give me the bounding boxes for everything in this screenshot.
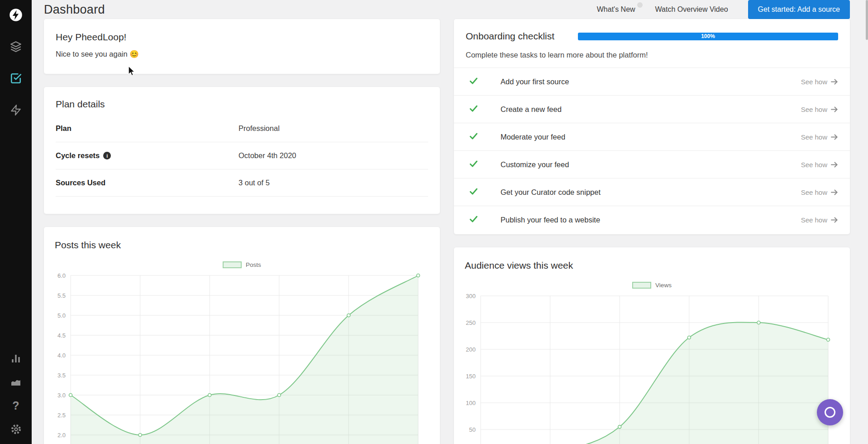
page-title: Dashboard [44,3,105,17]
plan-details-table: Plan Professional Cycle resets October 4… [44,115,440,197]
onboarding-progress-bar: 100% [578,33,838,40]
posts-chart-title: Posts this week [55,240,429,251]
views-chart-card: Audience views this week Views 300250200… [454,247,850,444]
greeting-card: Hey PheedLoop! Nice to see you again 😊 [44,19,440,74]
views-chart-title: Audience views this week [465,260,839,271]
posts-chart-card: Posts this week Posts 6.05.55.04.54.03.5… [44,227,440,444]
svg-text:2.0: 2.0 [57,432,66,439]
svg-text:50: 50 [469,426,476,433]
svg-text:5.0: 5.0 [57,312,66,319]
chat-icon [825,407,835,418]
settings-gear-icon[interactable] [9,422,23,436]
curator-logo-icon[interactable] [9,8,23,22]
svg-text:4.5: 4.5 [57,332,66,339]
check-icon [469,132,478,142]
plan-row: Plan Professional [56,115,428,142]
checklist-row: Get your Curator code snippet See how [454,178,850,206]
svg-text:5.5: 5.5 [57,292,66,299]
whats-new-link[interactable]: What's New [597,5,635,14]
checklist-row: Customize your feed See how [454,150,850,178]
bar-chart-icon[interactable] [9,352,23,365]
checklist-row: Moderate your feed See how [454,123,850,150]
page-header: Dashboard What's New Watch Overview Vide… [44,0,850,19]
svg-text:300: 300 [466,293,476,299]
header-nav: What's New Watch Overview Video Get star… [597,0,850,19]
arrow-right-icon [831,134,838,140]
help-icon[interactable]: ? [9,399,23,412]
checklist-row: Add your first source See how [454,68,850,95]
check-square-icon[interactable] [9,72,23,85]
check-icon [469,187,478,198]
plan-row-label: Plan [56,124,238,133]
svg-text:3.5: 3.5 [57,372,66,379]
onboarding-checklist: Add your first source See how Create a n… [454,68,850,233]
onboarding-subtitle: Complete these tasks to learn more about… [454,51,850,59]
plan-row-value: October 4th 2020 [238,151,296,160]
svg-text:250: 250 [466,319,476,326]
arrow-right-icon [831,162,838,168]
see-how-link[interactable]: See how [801,161,838,169]
svg-text:100: 100 [466,400,476,406]
see-how-link[interactable]: See how [801,216,838,224]
checklist-item-label: Create a new feed [501,105,562,114]
plan-row-label: Cycle resets [56,151,238,160]
checklist-item-label: Moderate your feed [501,133,565,141]
check-icon [469,77,478,87]
legend-swatch [632,282,651,289]
onboarding-card: Onboarding checklist 100% Complete these… [454,19,850,234]
plan-details-title: Plan details [44,99,440,110]
plan-row-label: Sources Used [56,179,238,187]
arrow-right-icon [831,106,838,112]
see-how-link[interactable]: See how [801,106,838,113]
onboarding-title: Onboarding checklist [466,31,554,42]
posts-chart-legend: Posts [55,261,429,268]
check-icon [469,215,478,225]
posts-line-chart: 6.05.55.04.54.03.53.02.52.0 [55,271,429,444]
notification-dot [637,2,643,8]
svg-text:150: 150 [466,373,476,380]
plan-row: Cycle resets October 4th 2020 [56,142,428,169]
greeting-message: Nice to see you again 😊 [56,50,428,58]
scrollbar-thumb[interactable] [866,0,868,40]
plan-row-value: Professional [238,124,280,133]
greeting-title: Hey PheedLoop! [56,32,428,43]
plan-row: Sources Used 3 out of 5 [56,169,428,197]
svg-text:2.5: 2.5 [57,412,66,419]
svg-text:4.0: 4.0 [57,352,66,359]
views-chart-legend: Views [465,282,839,289]
checklist-row: Create a new feed See how [454,95,850,123]
left-column: Hey PheedLoop! Nice to see you again 😊 P… [44,19,440,444]
svg-text:3.0: 3.0 [57,392,66,399]
watch-video-link[interactable]: Watch Overview Video [655,5,728,14]
progress-label: 100% [578,33,838,40]
layers-icon[interactable] [9,40,23,53]
legend-swatch [223,261,242,268]
arrow-right-icon [831,189,838,195]
arrow-right-icon [831,79,838,85]
svg-text:6.0: 6.0 [57,272,66,279]
see-how-link[interactable]: See how [801,188,838,196]
checklist-item-label: Add your first source [501,77,569,86]
check-icon [469,104,478,115]
main-content: Dashboard What's New Watch Overview Vide… [32,0,868,444]
plan-details-card: Plan details Plan Professional Cycle res… [44,87,440,214]
info-icon[interactable] [103,152,111,159]
see-how-link[interactable]: See how [801,133,838,141]
arrow-right-icon [831,217,838,223]
check-icon [469,159,478,170]
plan-row-value: 3 out of 5 [238,179,270,187]
views-line-chart: 300250200150100500 [465,291,839,444]
svg-text:200: 200 [466,346,476,353]
see-how-link[interactable]: See how [801,78,838,86]
checklist-item-label: Customize your feed [501,160,569,169]
add-source-button[interactable]: Get started: Add a source [748,0,850,19]
checklist-item-label: Publish your feed to a website [501,216,600,224]
checklist-item-label: Get your Curator code snippet [501,188,601,197]
chat-widget-button[interactable] [817,399,843,425]
checklist-row: Publish your feed to a website See how [454,206,850,233]
area-chart-icon[interactable] [9,375,23,389]
right-column: Onboarding checklist 100% Complete these… [454,19,850,444]
sidebar: ? [0,0,32,444]
zap-icon[interactable] [9,103,23,117]
